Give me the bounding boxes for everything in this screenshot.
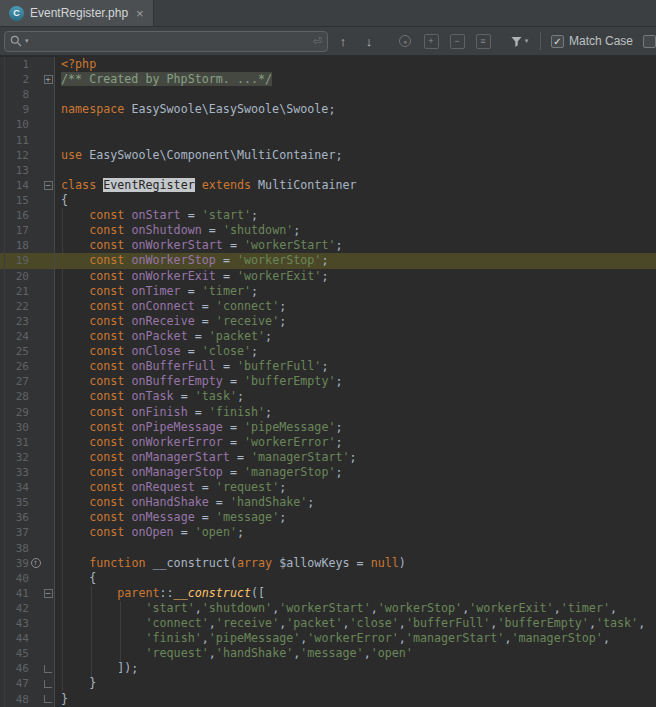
code-line[interactable]: 34 const onRequest = 'request'; xyxy=(0,480,656,495)
gutter-cell[interactable]: 9 xyxy=(0,102,55,117)
gutter-cell[interactable]: 22 xyxy=(0,299,55,314)
override-marker-icon[interactable]: ↑ xyxy=(31,558,41,568)
line-number[interactable]: 42 xyxy=(5,601,29,616)
gutter-cell[interactable]: 31 xyxy=(0,435,55,450)
line-number[interactable]: 38 xyxy=(5,541,29,556)
tab-eventregister-php[interactable]: C EventRegister.php × xyxy=(0,0,154,26)
code-line[interactable]: 9namespace EasySwoole\EasySwoole\Swoole; xyxy=(0,102,656,117)
line-number[interactable]: 18 xyxy=(5,238,29,253)
gutter-cell[interactable]: 14− xyxy=(0,178,55,193)
code-line[interactable]: 36 const onMessage = 'message'; xyxy=(0,510,656,525)
gutter-cell[interactable]: 25 xyxy=(0,344,55,359)
gutter-cell[interactable]: 17 xyxy=(0,223,55,238)
code-line[interactable]: 13 xyxy=(0,163,656,178)
gutter-cell[interactable]: 23 xyxy=(0,314,55,329)
gutter-cell[interactable]: 27 xyxy=(0,374,55,389)
words-checkbox-partial[interactable] xyxy=(643,35,656,48)
gutter-cell[interactable]: 42 xyxy=(0,601,55,616)
code-line[interactable]: 16 const onStart = 'start'; xyxy=(0,208,656,223)
line-number[interactable]: 37 xyxy=(5,525,29,540)
line-number[interactable]: 11 xyxy=(5,133,29,148)
code-line[interactable]: 32 const onManagerStart = 'managerStart'… xyxy=(0,450,656,465)
line-number[interactable]: 47 xyxy=(5,676,29,691)
code-line[interactable]: 33 const onManagerStop = 'managerStop'; xyxy=(0,465,656,480)
code-line[interactable]: 14−class EventRegister extends MultiCont… xyxy=(0,178,656,193)
select-all-occurrences-button[interactable]: ≡ xyxy=(472,30,494,52)
next-occurrence-button[interactable]: ↓ xyxy=(358,30,380,52)
code-line[interactable]: 38 xyxy=(0,541,656,556)
code-line[interactable]: 37 const onOpen = 'open'; xyxy=(0,525,656,540)
gutter-cell[interactable]: 26 xyxy=(0,359,55,374)
code-line[interactable]: 26 const onBufferFull = 'bufferFull'; xyxy=(0,359,656,374)
line-number[interactable]: 30 xyxy=(5,420,29,435)
gutter-cell[interactable]: 11 xyxy=(0,133,55,148)
line-number[interactable]: 20 xyxy=(5,269,29,284)
fold-end-icon[interactable] xyxy=(44,695,52,703)
code-line[interactable]: 22 const onConnect = 'connect'; xyxy=(0,299,656,314)
code-line[interactable]: 10 xyxy=(0,117,656,132)
gutter-cell[interactable]: 29 xyxy=(0,405,55,420)
tab-close-icon[interactable]: × xyxy=(136,7,144,20)
line-number[interactable]: 22 xyxy=(5,299,29,314)
gutter-cell[interactable]: 13 xyxy=(0,163,55,178)
line-number[interactable]: 33 xyxy=(5,465,29,480)
line-number[interactable]: 15 xyxy=(5,193,29,208)
line-number[interactable]: 27 xyxy=(5,374,29,389)
fold-end-icon[interactable] xyxy=(44,665,52,673)
search-options-chevron-icon[interactable]: ▾ xyxy=(25,37,29,45)
fold-collapse-icon[interactable]: − xyxy=(44,181,53,190)
code-line[interactable]: 24 const onPacket = 'packet'; xyxy=(0,329,656,344)
line-number[interactable]: 32 xyxy=(5,450,29,465)
line-number[interactable]: 29 xyxy=(5,405,29,420)
search-field[interactable]: ▾ ⏎ xyxy=(4,31,328,52)
line-number[interactable]: 1 xyxy=(5,57,29,72)
gutter-cell[interactable]: 18 xyxy=(0,238,55,253)
code-line[interactable]: 8 xyxy=(0,87,656,102)
line-number[interactable]: 9 xyxy=(5,102,29,117)
gutter-cell[interactable]: 24 xyxy=(0,329,55,344)
gutter-cell[interactable]: 16 xyxy=(0,208,55,223)
line-number[interactable]: 12 xyxy=(5,148,29,163)
code-line[interactable]: 28 const onTask = 'task'; xyxy=(0,389,656,404)
fold-end-icon[interactable] xyxy=(44,680,52,688)
search-icon[interactable] xyxy=(10,35,22,47)
gutter-cell[interactable]: 30 xyxy=(0,420,55,435)
line-number[interactable]: 26 xyxy=(5,359,29,374)
gutter-cell[interactable]: 48 xyxy=(0,692,55,707)
code-line[interactable]: 47 } xyxy=(0,676,656,691)
line-number[interactable]: 17 xyxy=(5,223,29,238)
line-number[interactable]: 44 xyxy=(5,631,29,646)
line-number[interactable]: 35 xyxy=(5,495,29,510)
gutter-cell[interactable]: 36 xyxy=(0,510,55,525)
line-number[interactable]: 24 xyxy=(5,329,29,344)
match-case-checkbox[interactable]: ✓ Match Case xyxy=(551,34,633,48)
gutter-cell[interactable]: 45 xyxy=(0,646,55,661)
code-line[interactable]: 29 const onFinish = 'finish'; xyxy=(0,405,656,420)
gutter-cell[interactable]: 43 xyxy=(0,616,55,631)
gutter-cell[interactable]: 10 xyxy=(0,117,55,132)
gutter-cell[interactable]: 28 xyxy=(0,389,55,404)
code-line[interactable]: 20 const onWorkerExit = 'workerExit'; xyxy=(0,269,656,284)
add-selection-occurrence-button[interactable]: + xyxy=(420,30,442,52)
remove-selection-occurrence-button[interactable]: − xyxy=(446,30,468,52)
insert-newline-icon[interactable]: ⏎ xyxy=(313,35,322,48)
code-line[interactable]: 48} xyxy=(0,692,656,707)
gutter-cell[interactable]: 12 xyxy=(0,148,55,163)
line-number[interactable]: 13 xyxy=(5,163,29,178)
line-number[interactable]: 46 xyxy=(5,661,29,676)
code-line[interactable]: 35 const onHandShake = 'handShake'; xyxy=(0,495,656,510)
gutter-cell[interactable]: 44 xyxy=(0,631,55,646)
find-all-occurrences-icon[interactable]: ● xyxy=(394,30,416,52)
line-number[interactable]: 25 xyxy=(5,344,29,359)
line-number[interactable]: 28 xyxy=(5,389,29,404)
line-number[interactable]: 41 xyxy=(5,586,29,601)
line-number[interactable]: 43 xyxy=(5,616,29,631)
gutter-cell[interactable]: 40 xyxy=(0,571,55,586)
line-number[interactable]: 23 xyxy=(5,314,29,329)
line-number[interactable]: 10 xyxy=(5,117,29,132)
gutter-cell[interactable]: 34 xyxy=(0,480,55,495)
line-number[interactable]: 31 xyxy=(5,435,29,450)
gutter-cell[interactable]: 39↑ xyxy=(0,556,55,571)
code-line[interactable]: 40 { xyxy=(0,571,656,586)
search-filter-button[interactable]: ▾ xyxy=(508,30,530,52)
